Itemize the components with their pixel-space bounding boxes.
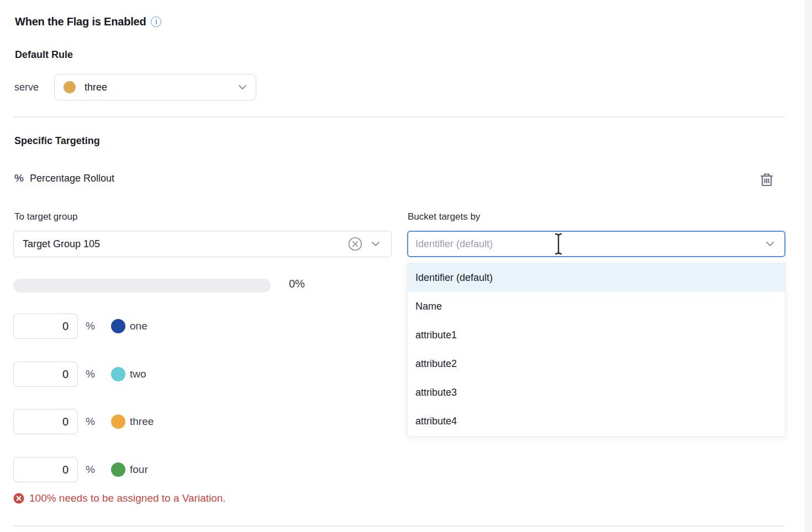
chevron-down-icon bbox=[238, 84, 247, 90]
variation-percent-input[interactable] bbox=[13, 361, 78, 387]
default-rule-heading: Default Rule bbox=[15, 49, 73, 61]
bucket-targets-by-label: Bucket targets by bbox=[408, 211, 480, 222]
variation-color-dot bbox=[111, 319, 125, 333]
serve-label: serve bbox=[14, 74, 39, 100]
chevron-down-icon bbox=[371, 241, 380, 247]
bucket-targets-by-combobox[interactable] bbox=[407, 231, 785, 257]
info-icon[interactable] bbox=[151, 17, 161, 27]
variation-percent-input[interactable] bbox=[13, 409, 78, 434]
percent-sign: % bbox=[86, 416, 98, 428]
error-message: 100% needs to be assigned to a Variation… bbox=[29, 492, 226, 504]
rollout-progress-bar bbox=[13, 279, 271, 292]
menu-item-attribute4[interactable]: attribute4 bbox=[408, 407, 785, 436]
variation-percent-input[interactable] bbox=[13, 313, 78, 339]
variation-row: % three bbox=[13, 409, 154, 434]
variation-name: four bbox=[130, 464, 148, 476]
serve-variation-select[interactable]: three bbox=[54, 74, 256, 100]
target-group-select[interactable]: Target Group 105 bbox=[13, 231, 392, 257]
serve-selected-value: three bbox=[85, 82, 107, 93]
percentage-rollout-label: Percentage Rollout bbox=[30, 173, 114, 184]
section-divider bbox=[13, 525, 785, 526]
variation-row: % four bbox=[13, 457, 148, 482]
section-divider bbox=[13, 116, 785, 118]
percent-sign: % bbox=[86, 368, 98, 380]
section-when-flag-enabled: When the Flag is Enabled bbox=[15, 15, 161, 28]
variation-name: one bbox=[130, 320, 147, 332]
page-title: When the Flag is Enabled bbox=[15, 15, 146, 28]
rollout-progress-percent: 0% bbox=[289, 278, 305, 290]
variation-color-dot bbox=[111, 367, 125, 381]
delete-rollout-button[interactable] bbox=[757, 169, 776, 190]
to-target-group-label: To target group bbox=[14, 211, 77, 222]
clear-selection-button[interactable] bbox=[348, 237, 362, 251]
variation-color-dot bbox=[111, 462, 125, 477]
menu-item-attribute3[interactable]: attribute3 bbox=[408, 379, 785, 407]
menu-item-attribute1[interactable]: attribute1 bbox=[408, 321, 785, 349]
percent-sign: % bbox=[86, 320, 98, 332]
variation-color-dot bbox=[64, 81, 76, 93]
bucket-targets-by-input[interactable] bbox=[415, 238, 766, 250]
percentage-rollout-header: % Percentage Rollout bbox=[14, 171, 114, 185]
validation-error: 100% needs to be assigned to a Variation… bbox=[13, 492, 226, 504]
error-icon bbox=[13, 493, 24, 504]
menu-item-identifier-default[interactable]: Identifier (default) bbox=[408, 263, 785, 292]
variation-name: three bbox=[130, 416, 154, 428]
percentage-icon: % bbox=[14, 172, 24, 184]
target-group-selected-value: Target Group 105 bbox=[23, 238, 100, 250]
specific-targeting-heading: Specific Targeting bbox=[14, 135, 100, 147]
menu-item-attribute2[interactable]: attribute2 bbox=[408, 350, 785, 379]
percent-sign: % bbox=[86, 464, 98, 476]
variation-name: two bbox=[130, 368, 146, 380]
variation-row: % one bbox=[13, 313, 147, 339]
menu-item-name[interactable]: Name bbox=[408, 292, 785, 321]
variation-row: % two bbox=[13, 361, 146, 387]
clear-circle-x-icon bbox=[348, 237, 362, 251]
chevron-down-icon bbox=[766, 241, 774, 247]
text-cursor-pointer bbox=[554, 232, 563, 256]
variation-color-dot bbox=[111, 414, 125, 429]
trash-icon bbox=[760, 172, 773, 187]
variation-percent-input[interactable] bbox=[13, 457, 78, 482]
panel-right-edge bbox=[805, 0, 812, 532]
bucket-targets-dropdown-menu: Identifier (default) Name attribute1 att… bbox=[407, 263, 785, 437]
